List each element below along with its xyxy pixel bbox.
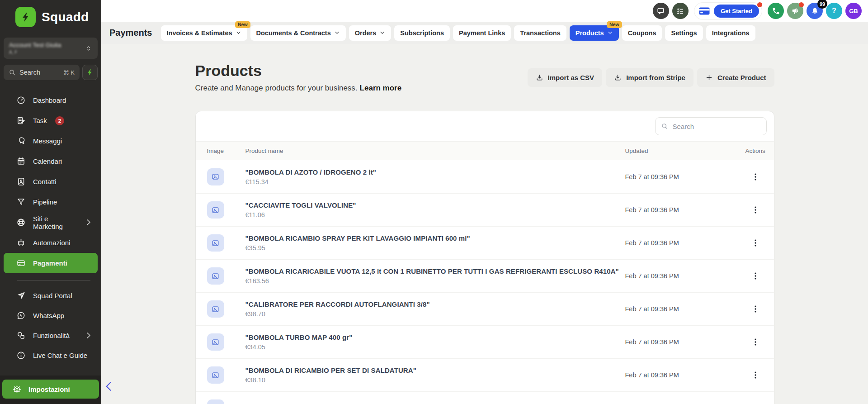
row-actions-button[interactable]	[750, 172, 760, 182]
table-row[interactable]: "CALIBRATORE PER RACCORDI AUTOFLANGIANTI…	[196, 391, 774, 404]
kebab-menu-icon	[750, 271, 760, 281]
quick-action-button[interactable]	[82, 65, 98, 80]
sidebar-item-task[interactable]: Task 2	[4, 110, 98, 131]
sidebar-item-squad-portal[interactable]: Squad Portal	[4, 285, 98, 305]
calendar-icon	[16, 157, 26, 166]
product-name[interactable]: "BOMBOLA DI RICAMBIO PER SET DI SALDATUR…	[245, 366, 625, 374]
chevron-left-icon	[103, 380, 115, 393]
row-actions-button[interactable]	[750, 238, 760, 248]
tab-label: Invoices & Estimates	[167, 29, 232, 37]
table-row[interactable]: "BOMBOLA DI RICAMBIO PER SET DI SALDATUR…	[196, 358, 774, 391]
product-name[interactable]: "CALIBRATORE PER RACCORDI AUTOFLANGIANTI…	[245, 300, 625, 308]
tab-documents-contracts[interactable]: Documents & Contracts	[250, 25, 346, 41]
tab-settings[interactable]: Settings	[665, 25, 703, 41]
create-product-button[interactable]: Create Product	[697, 68, 774, 87]
table-row[interactable]: "CALIBRATORE PER RACCORDI AUTOFLANGIANTI…	[196, 292, 774, 325]
product-image-placeholder[interactable]	[207, 168, 224, 185]
learn-more-link[interactable]: Learn more	[360, 84, 402, 92]
app-window: Squadd Account Test Giulia A, F Search ⌘…	[0, 0, 868, 404]
product-image-placeholder[interactable]	[207, 300, 224, 318]
notification-dot	[757, 2, 762, 7]
kebab-menu-icon	[750, 172, 760, 182]
avatar[interactable]: GB	[845, 3, 862, 19]
sidebar-item-live-chat[interactable]: Live Chat e Guide	[4, 345, 98, 365]
sidebar-search-input[interactable]: Search ⌘ K	[4, 65, 80, 80]
product-name[interactable]: "CACCIAVITE TOGLI VALVOLINE"	[245, 201, 625, 209]
tab-products[interactable]: Products New	[570, 25, 619, 41]
bell-icon	[811, 7, 819, 15]
sidebar-item-dashboard[interactable]: Dashboard	[4, 90, 98, 110]
chevron-down-icon	[236, 30, 241, 36]
plus-icon	[705, 74, 713, 81]
sidebar-item-whatsapp[interactable]: WhatsApp	[4, 305, 98, 325]
product-image-placeholder[interactable]	[207, 399, 224, 404]
tab-invoices-estimates[interactable]: Invoices & Estimates New	[161, 25, 247, 41]
chevron-down-icon	[607, 30, 613, 36]
sidebar-collapse-button[interactable]	[103, 380, 115, 393]
product-name[interactable]: "BOMBOLA RICARICABILE VUOTA 12,5 lt CON …	[245, 267, 625, 275]
credit-card-blue-icon	[699, 7, 710, 15]
import-stripe-button[interactable]: Import from Stripe	[606, 68, 693, 87]
product-image-placeholder[interactable]	[207, 267, 224, 285]
kebab-menu-icon	[750, 370, 760, 380]
row-actions-button[interactable]	[750, 271, 760, 281]
product-image-placeholder[interactable]	[207, 201, 224, 219]
app-name: Squadd	[42, 10, 89, 24]
product-name[interactable]: "BOMBOLA RICAMBIO SPRAY PER KIT LAVAGGIO…	[245, 234, 625, 242]
product-name[interactable]: "BOMBOLA TURBO MAP 400 gr"	[245, 333, 625, 341]
sidebar-item-pagamenti[interactable]: Pagamenti	[4, 253, 98, 273]
sidebar-item-contatti[interactable]: Contatti	[4, 171, 98, 192]
button-label: Create Product	[717, 74, 766, 81]
import-csv-button[interactable]: Import as CSV	[528, 68, 603, 87]
megaphone-icon	[791, 7, 800, 15]
credit-card-icon	[16, 258, 26, 268]
app-logo[interactable]: Squadd	[0, 0, 101, 32]
contacts-icon	[16, 177, 26, 186]
image-icon	[211, 338, 220, 347]
tab-payment-links[interactable]: Payment Links	[453, 25, 511, 41]
help-button[interactable]: ?	[826, 3, 842, 19]
table-row[interactable]: "CACCIAVITE TOGLI VALVOLINE"€11.06 Feb 7…	[196, 193, 774, 226]
sidebar-item-calendari[interactable]: Calendari	[4, 151, 98, 171]
tab-orders[interactable]: Orders	[349, 25, 392, 41]
checklist-button[interactable]	[672, 3, 689, 19]
row-actions-button[interactable]	[750, 370, 760, 380]
product-image-placeholder[interactable]	[207, 234, 224, 252]
product-name[interactable]: "BOMBOLA DI AZOTO / IDROGENO 2 lt"	[245, 168, 625, 176]
chat-button[interactable]	[653, 3, 669, 19]
tab-integrations[interactable]: Integrations	[706, 25, 755, 41]
table-row[interactable]: "BOMBOLA RICARICABILE VUOTA 12,5 lt CON …	[196, 259, 774, 292]
page-content: Products Create and Manage products for …	[101, 44, 868, 404]
account-switcher[interactable]: Account Test Giulia A, F	[4, 38, 98, 59]
sidebar-item-label: Pagamenti	[33, 259, 67, 267]
sidebar-item-impostazioni[interactable]: Impostazioni	[2, 380, 99, 399]
row-actions-button[interactable]	[750, 205, 760, 215]
table-row[interactable]: "BOMBOLA DI AZOTO / IDROGENO 2 lt"€115.3…	[196, 160, 774, 193]
tab-coupons[interactable]: Coupons	[622, 25, 662, 41]
row-actions-button[interactable]	[750, 304, 760, 314]
chevron-down-icon	[334, 30, 340, 36]
table-row[interactable]: "BOMBOLA TURBO MAP 400 gr"€34.05 Feb 7 a…	[196, 325, 774, 358]
sidebar: Squadd Account Test Giulia A, F Search ⌘…	[0, 0, 101, 404]
sidebar-item-funzionalita[interactable]: Funzionalità	[4, 325, 98, 345]
sidebar-item-siti-marketing[interactable]: Siti e Marketing	[4, 212, 98, 233]
table-search-input[interactable]	[672, 122, 761, 131]
tab-label: Orders	[355, 29, 377, 37]
new-badge: New	[607, 21, 622, 29]
sidebar-item-automazioni[interactable]: Automazioni	[4, 233, 98, 253]
row-actions-button[interactable]	[750, 337, 760, 347]
tab-transactions[interactable]: Transactions	[514, 25, 566, 41]
gear-icon	[12, 385, 22, 394]
get-started-button[interactable]: Get Started	[714, 5, 759, 18]
product-price: €163.56	[245, 277, 625, 285]
product-image-placeholder[interactable]	[207, 366, 224, 384]
table-row[interactable]: "BOMBOLA RICAMBIO SPRAY PER KIT LAVAGGIO…	[196, 226, 774, 259]
product-price: €11.06	[245, 211, 625, 219]
product-image-placeholder[interactable]	[207, 333, 224, 351]
phone-button[interactable]	[768, 3, 784, 19]
announcements-button[interactable]	[787, 3, 803, 19]
sidebar-item-messaggi[interactable]: Messaggi	[4, 131, 98, 151]
tab-subscriptions[interactable]: Subscriptions	[394, 25, 450, 41]
sidebar-item-pipeline[interactable]: Pipeline	[4, 192, 98, 212]
notifications-button[interactable]: 99	[807, 3, 823, 19]
